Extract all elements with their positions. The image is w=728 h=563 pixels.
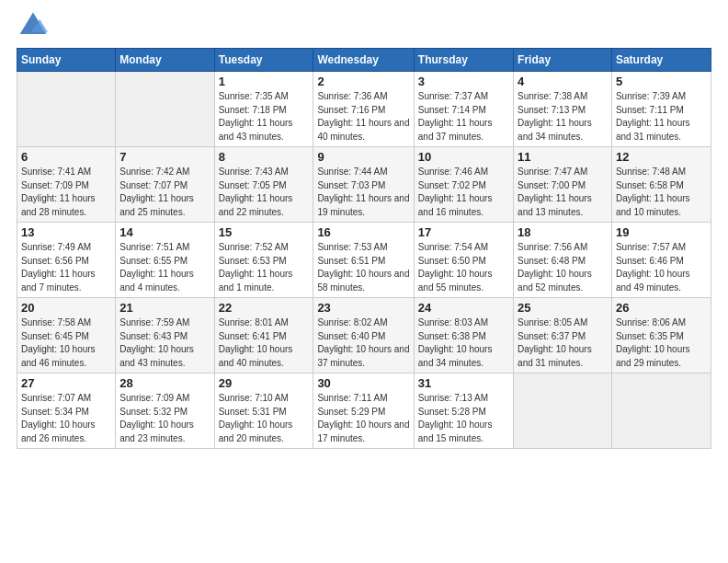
day-number: 29: [219, 376, 310, 390]
day-number: 20: [21, 301, 111, 315]
calendar-cell: 18Sunrise: 7:56 AMSunset: 6:48 PMDayligh…: [514, 223, 612, 298]
calendar-cell: 21Sunrise: 7:59 AMSunset: 6:43 PMDayligh…: [116, 298, 214, 373]
calendar-cell: 3Sunrise: 7:37 AMSunset: 7:14 PMDaylight…: [414, 72, 513, 147]
day-info: Sunrise: 7:49 AMSunset: 6:56 PMDaylight:…: [21, 241, 111, 294]
day-number: 6: [21, 150, 111, 164]
calendar-week-row: 20Sunrise: 7:58 AMSunset: 6:45 PMDayligh…: [17, 298, 711, 373]
day-number: 2: [317, 75, 409, 88]
calendar-cell: 30Sunrise: 7:11 AMSunset: 5:29 PMDayligh…: [313, 373, 414, 449]
page-header: [17, 9, 711, 42]
day-number: 11: [518, 150, 608, 164]
calendar-day-header: Monday: [116, 49, 214, 72]
day-number: 26: [616, 301, 707, 315]
day-number: 12: [616, 150, 707, 164]
calendar-cell: 24Sunrise: 8:03 AMSunset: 6:38 PMDayligh…: [414, 298, 513, 373]
day-info: Sunrise: 7:56 AMSunset: 6:48 PMDaylight:…: [518, 241, 608, 294]
calendar-cell: 12Sunrise: 7:48 AMSunset: 6:58 PMDayligh…: [611, 147, 711, 223]
calendar-cell: 29Sunrise: 7:10 AMSunset: 5:31 PMDayligh…: [214, 373, 313, 449]
calendar-cell: 26Sunrise: 8:06 AMSunset: 6:35 PMDayligh…: [611, 298, 711, 373]
day-number: 4: [518, 75, 608, 88]
calendar-cell: 19Sunrise: 7:57 AMSunset: 6:46 PMDayligh…: [611, 223, 711, 298]
calendar-day-header: Saturday: [611, 49, 711, 72]
calendar-cell: 10Sunrise: 7:46 AMSunset: 7:02 PMDayligh…: [414, 147, 513, 223]
day-number: 18: [518, 225, 608, 239]
day-number: 31: [418, 376, 509, 390]
calendar-day-header: Sunday: [17, 49, 116, 72]
day-info: Sunrise: 7:52 AMSunset: 6:53 PMDaylight:…: [219, 241, 310, 294]
day-info: Sunrise: 7:57 AMSunset: 6:46 PMDaylight:…: [616, 241, 707, 294]
calendar-cell: 4Sunrise: 7:38 AMSunset: 7:13 PMDaylight…: [514, 72, 612, 147]
calendar-cell: 20Sunrise: 7:58 AMSunset: 6:45 PMDayligh…: [17, 298, 116, 373]
day-info: Sunrise: 8:05 AMSunset: 6:37 PMDaylight:…: [518, 316, 608, 370]
calendar-day-header: Wednesday: [313, 49, 414, 72]
calendar-cell: [17, 72, 116, 147]
calendar-cell: 2Sunrise: 7:36 AMSunset: 7:16 PMDaylight…: [313, 72, 414, 147]
day-number: 8: [219, 150, 310, 164]
day-number: 25: [518, 301, 608, 315]
day-info: Sunrise: 7:42 AMSunset: 7:07 PMDaylight:…: [119, 166, 210, 219]
logo-icon: [17, 9, 50, 42]
day-number: 13: [21, 225, 111, 239]
day-number: 3: [418, 75, 509, 88]
day-number: 23: [317, 301, 409, 315]
day-number: 17: [418, 225, 509, 239]
day-number: 5: [616, 75, 707, 88]
calendar-header-row: SundayMondayTuesdayWednesdayThursdayFrid…: [17, 49, 711, 72]
day-number: 28: [119, 376, 210, 390]
day-info: Sunrise: 8:02 AMSunset: 6:40 PMDaylight:…: [317, 316, 409, 370]
day-number: 14: [119, 225, 210, 239]
calendar-cell: 9Sunrise: 7:44 AMSunset: 7:03 PMDaylight…: [313, 147, 414, 223]
day-info: Sunrise: 7:51 AMSunset: 6:55 PMDaylight:…: [119, 241, 210, 294]
day-number: 24: [418, 301, 509, 315]
day-info: Sunrise: 8:01 AMSunset: 6:41 PMDaylight:…: [219, 316, 310, 370]
calendar-cell: 22Sunrise: 8:01 AMSunset: 6:41 PMDayligh…: [214, 298, 313, 373]
day-number: 7: [119, 150, 210, 164]
day-info: Sunrise: 7:59 AMSunset: 6:43 PMDaylight:…: [119, 316, 210, 370]
calendar-cell: [116, 72, 214, 147]
day-number: 10: [418, 150, 509, 164]
calendar-cell: 11Sunrise: 7:47 AMSunset: 7:00 PMDayligh…: [514, 147, 612, 223]
day-info: Sunrise: 7:11 AMSunset: 5:29 PMDaylight:…: [317, 392, 409, 445]
calendar-cell: 23Sunrise: 8:02 AMSunset: 6:40 PMDayligh…: [313, 298, 414, 373]
day-info: Sunrise: 7:47 AMSunset: 7:00 PMDaylight:…: [518, 166, 608, 219]
day-info: Sunrise: 7:09 AMSunset: 5:32 PMDaylight:…: [119, 392, 210, 445]
day-number: 27: [21, 376, 111, 390]
day-info: Sunrise: 7:54 AMSunset: 6:50 PMDaylight:…: [418, 241, 509, 294]
calendar-week-row: 6Sunrise: 7:41 AMSunset: 7:09 PMDaylight…: [17, 147, 711, 223]
calendar-week-row: 13Sunrise: 7:49 AMSunset: 6:56 PMDayligh…: [17, 223, 711, 298]
calendar-cell: 6Sunrise: 7:41 AMSunset: 7:09 PMDaylight…: [17, 147, 116, 223]
day-number: 22: [219, 301, 310, 315]
calendar-day-header: Friday: [514, 49, 612, 72]
calendar-cell: 1Sunrise: 7:35 AMSunset: 7:18 PMDaylight…: [214, 72, 313, 147]
calendar-cell: 13Sunrise: 7:49 AMSunset: 6:56 PMDayligh…: [17, 223, 116, 298]
calendar-cell: 25Sunrise: 8:05 AMSunset: 6:37 PMDayligh…: [514, 298, 612, 373]
day-number: 16: [317, 225, 409, 239]
day-number: 30: [317, 376, 409, 390]
day-info: Sunrise: 7:46 AMSunset: 7:02 PMDaylight:…: [418, 166, 509, 219]
day-info: Sunrise: 7:39 AMSunset: 7:11 PMDaylight:…: [616, 90, 707, 144]
day-info: Sunrise: 7:41 AMSunset: 7:09 PMDaylight:…: [21, 166, 111, 219]
day-info: Sunrise: 7:38 AMSunset: 7:13 PMDaylight:…: [518, 90, 608, 144]
day-number: 15: [219, 225, 310, 239]
calendar-cell: 28Sunrise: 7:09 AMSunset: 5:32 PMDayligh…: [116, 373, 214, 449]
calendar-cell: 5Sunrise: 7:39 AMSunset: 7:11 PMDaylight…: [611, 72, 711, 147]
calendar-cell: 17Sunrise: 7:54 AMSunset: 6:50 PMDayligh…: [414, 223, 513, 298]
calendar-cell: [514, 373, 612, 449]
day-info: Sunrise: 7:07 AMSunset: 5:34 PMDaylight:…: [21, 392, 111, 445]
day-info: Sunrise: 7:48 AMSunset: 6:58 PMDaylight:…: [616, 166, 707, 219]
calendar-cell: [611, 373, 711, 449]
day-number: 21: [119, 301, 210, 315]
calendar-cell: 14Sunrise: 7:51 AMSunset: 6:55 PMDayligh…: [116, 223, 214, 298]
day-info: Sunrise: 7:43 AMSunset: 7:05 PMDaylight:…: [219, 166, 310, 219]
calendar-week-row: 27Sunrise: 7:07 AMSunset: 5:34 PMDayligh…: [17, 373, 711, 449]
calendar-cell: 15Sunrise: 7:52 AMSunset: 6:53 PMDayligh…: [214, 223, 313, 298]
day-number: 19: [616, 225, 707, 239]
day-info: Sunrise: 7:44 AMSunset: 7:03 PMDaylight:…: [317, 166, 409, 219]
calendar-cell: 31Sunrise: 7:13 AMSunset: 5:28 PMDayligh…: [414, 373, 513, 449]
day-info: Sunrise: 7:36 AMSunset: 7:16 PMDaylight:…: [317, 90, 409, 144]
calendar-table: SundayMondayTuesdayWednesdayThursdayFrid…: [17, 48, 711, 449]
day-info: Sunrise: 7:58 AMSunset: 6:45 PMDaylight:…: [21, 316, 111, 370]
calendar-week-row: 1Sunrise: 7:35 AMSunset: 7:18 PMDaylight…: [17, 72, 711, 147]
day-number: 1: [219, 75, 310, 88]
day-info: Sunrise: 8:06 AMSunset: 6:35 PMDaylight:…: [616, 316, 707, 370]
